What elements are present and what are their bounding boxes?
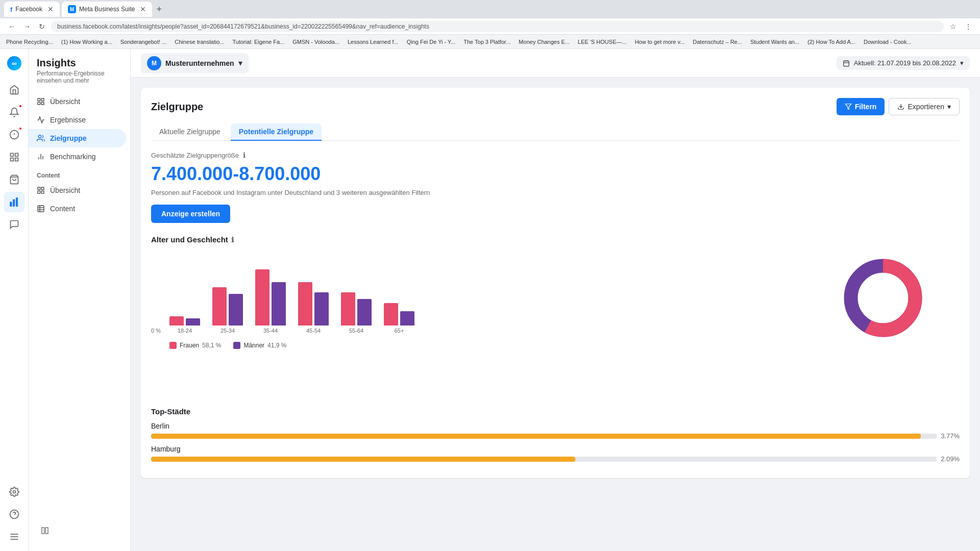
bookmark-4[interactable]: Tutorial: Eigene Fa...	[231, 38, 287, 46]
sidebar-item-content-label: Content	[50, 205, 75, 213]
estimated-size-label: Geschätzte Zielgruppengröße	[151, 152, 239, 159]
notification-badge	[18, 104, 22, 108]
sidebar-grid-icon[interactable]	[4, 147, 24, 167]
chart-legend: Frauen 58,1 % Männer 41,9 %	[169, 342, 827, 349]
tab-close-meta[interactable]: ✕	[140, 5, 146, 13]
sidebar-analytics-icon[interactable]	[4, 192, 24, 212]
download-icon	[897, 103, 904, 110]
sidebar-menu-icon[interactable]	[4, 527, 24, 547]
create-ad-button[interactable]: Anzeige erstellen	[151, 205, 230, 223]
bar-label-45-54: 45-54	[306, 328, 321, 334]
filter-button[interactable]: Filtern	[837, 98, 885, 115]
back-button[interactable]: ←	[6, 21, 17, 32]
export-button[interactable]: Exportieren ▾	[889, 98, 960, 115]
manner-label: Männer	[243, 342, 264, 349]
city-berlin-name: Berlin	[151, 422, 960, 430]
bookmark-15[interactable]: Download - Cook...	[862, 38, 914, 46]
sidebar-bell-icon[interactable]	[4, 102, 24, 122]
bookmark-9[interactable]: Money Changes E...	[517, 38, 572, 46]
bars-55-64	[341, 292, 372, 325]
url-bar[interactable]: business.facebook.com/latest/insights/pe…	[51, 21, 944, 32]
manner-pct: 41,9 %	[267, 342, 286, 349]
svg-rect-22	[38, 102, 40, 105]
estimated-size-info-icon[interactable]: ℹ	[243, 151, 246, 159]
bookmark-11[interactable]: How to get more v...	[633, 38, 687, 46]
bookmark-12[interactable]: Datenschutz – Re...	[691, 38, 744, 46]
bars-18-24	[169, 316, 200, 325]
svg-rect-37	[844, 61, 849, 66]
audience-size-value: 7.400.000-8.700.000	[151, 163, 960, 185]
city-row-berlin: Berlin 3.77%	[151, 422, 960, 440]
bar-manner-65plus	[400, 311, 414, 325]
meta-logo[interactable]: ∞	[4, 53, 24, 73]
frauen-color-swatch	[169, 342, 177, 349]
content-section-label: Content	[29, 166, 130, 181]
bookmark-7[interactable]: Qing Fei De Yi - Y...	[405, 38, 458, 46]
sidebar-help-icon[interactable]	[4, 504, 24, 524]
frauen-label: Frauen	[180, 342, 199, 349]
city-hamburg-name: Hamburg	[151, 445, 960, 453]
bookmark-10[interactable]: LEE 'S HOUSE—...	[576, 38, 629, 46]
expand-sidebar-button[interactable]	[37, 522, 53, 539]
new-tab-button[interactable]: +	[154, 4, 164, 15]
facebook-favicon: f	[10, 6, 12, 13]
extensions-button[interactable]: ⋮	[963, 21, 974, 32]
bookmark-8[interactable]: The Top 3 Platfor...	[461, 38, 512, 46]
bar-group-65plus: 65+	[384, 303, 414, 334]
company-selector[interactable]: M Musterunternehmen ▾	[141, 53, 249, 73]
city-berlin-pct: 3.77%	[941, 432, 960, 440]
bookmark-5[interactable]: GMSN - Volooda...	[290, 38, 341, 46]
sidebar-item-content-uebersicht[interactable]: Übersicht	[29, 181, 130, 199]
sidebar-item-content-content[interactable]: Content	[29, 199, 130, 218]
bookmark-1[interactable]: (1) How Working a...	[59, 38, 114, 46]
export-btn-label: Exportieren	[908, 103, 944, 111]
bar-frauen-45-54	[298, 282, 312, 325]
tab-aktuelle[interactable]: Aktuelle Zielgruppe	[151, 123, 229, 141]
bar-label-18-24: 18-24	[178, 328, 192, 334]
bar-chart: 0 % 18-24	[151, 252, 827, 334]
city-berlin-bar-container	[151, 434, 937, 439]
sidebar-item-zielgruppe[interactable]: Zielgruppe	[29, 129, 126, 147]
sidebar-item-benchmarking[interactable]: Benchmarking	[29, 147, 130, 166]
bookmark-0[interactable]: Phone Recycling...	[4, 38, 55, 46]
date-selector[interactable]: Aktuell: 21.07.2019 bis 20.08.2022 ▾	[837, 56, 970, 70]
sidebar-item-content-uebersicht-label: Übersicht	[50, 186, 80, 194]
svg-rect-29	[41, 191, 44, 193]
reload-button[interactable]: ↻	[37, 21, 47, 32]
tab-facebook[interactable]: f Facebook ✕	[4, 2, 60, 17]
city-berlin-bar	[151, 434, 921, 439]
sidebar-item-uebersicht[interactable]: Übersicht	[29, 92, 130, 111]
bookmark-6[interactable]: Lessons Learned f...	[346, 38, 401, 46]
sidebar-item-uebersicht-label: Übersicht	[50, 97, 80, 106]
bar-group-18-24: 18-24	[169, 316, 200, 334]
main-card: Zielgruppe Filtern Exportieren ▾	[141, 88, 970, 478]
company-avatar: M	[147, 56, 161, 70]
tab-close-facebook[interactable]: ✕	[47, 5, 54, 13]
manner-color-swatch	[233, 342, 240, 349]
filter-icon	[845, 103, 852, 110]
bookmark-2[interactable]: Sonderangebot! ...	[118, 38, 169, 46]
bar-frauen-35-44	[255, 269, 270, 325]
sidebar-chat-icon[interactable]	[4, 214, 24, 235]
top-cities-section: Top-Städte Berlin 3.77% Hamburg	[151, 407, 960, 463]
sidebar-home-icon[interactable]	[4, 80, 24, 100]
sidebar-shop-icon[interactable]	[4, 169, 24, 190]
legend-frauen: Frauen 58,1 %	[169, 342, 221, 349]
sidebar-item-ergebnisse[interactable]: Ergebnisse	[29, 111, 130, 129]
sidebar-notification-icon[interactable]	[4, 124, 24, 145]
sidebar-app-subtitle: Performance-Ergebnisse einsehen und mehr	[37, 70, 122, 84]
bookmark-button[interactable]: ☆	[948, 21, 959, 32]
bookmark-3[interactable]: Chinese translatio...	[173, 38, 226, 46]
chart-info-icon[interactable]: ℹ	[231, 236, 234, 244]
sidebar-settings-icon[interactable]	[4, 482, 24, 502]
tab-meta[interactable]: M Meta Business Suite ✕	[62, 2, 152, 17]
forward-button[interactable]: →	[21, 21, 33, 32]
bar-frauen-18-24	[169, 316, 184, 325]
bars-25-34	[212, 287, 243, 325]
bookmark-14[interactable]: (2) How To Add A...	[805, 38, 857, 46]
meta-favicon: M	[68, 5, 76, 13]
bookmark-13[interactable]: Student Wants an...	[748, 38, 801, 46]
tab-potentielle[interactable]: Potentielle Zielgruppe	[231, 123, 322, 141]
frauen-pct: 58,1 %	[202, 342, 221, 349]
top-cities-title: Top-Städte	[151, 407, 960, 416]
